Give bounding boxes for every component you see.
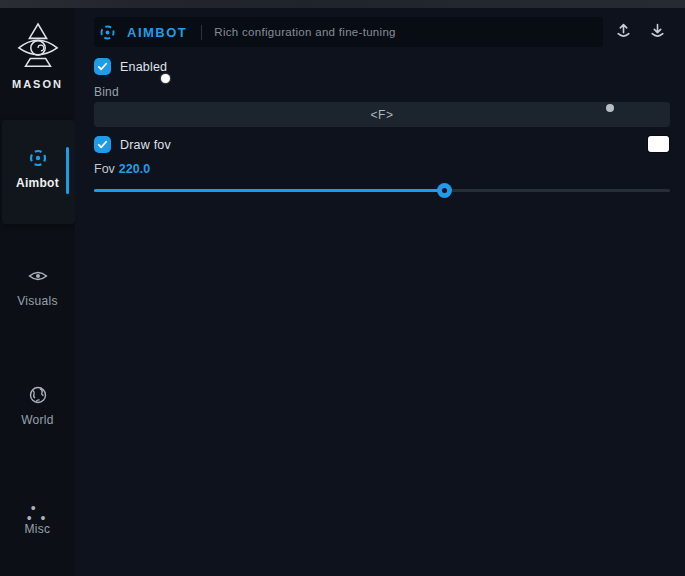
crosshair-icon [27,147,49,169]
eye-icon [27,265,49,287]
sidebar-item-aimbot[interactable]: Aimbot [0,147,75,191]
slider-fill [94,189,444,192]
fov-label-row: Fov220.0 [94,162,150,176]
import-config-button[interactable] [646,21,668,43]
fov-label: Fov [94,162,115,176]
page-title: AIMBOT [127,25,187,40]
bind-input[interactable]: <F> [94,102,670,127]
fov-slider-thumb[interactable] [437,183,452,198]
crosshair-icon [98,23,117,42]
sidebar-item-visuals[interactable]: Visuals [0,265,75,309]
export-config-button[interactable] [612,21,634,43]
bind-label: Bind [94,85,119,99]
sidebar-item-label: World [21,413,54,427]
page-header: AIMBOT Rich configuration and fine-tunin… [94,17,603,47]
sidebar-item-misc[interactable]: • • • Misc [0,503,75,537]
header-divider [201,25,202,40]
window-top-strip [0,0,685,8]
draw-fov-label: Draw fov [120,138,171,152]
page-subtitle: Rich configuration and fine-tuning [214,26,396,38]
enabled-label: Enabled [120,60,167,74]
enabled-checkbox[interactable] [94,58,111,75]
globe-icon [27,384,49,406]
brand-name: MASON [0,78,75,90]
bind-value: <F> [371,108,394,122]
check-icon [97,136,108,154]
sidebar-item-label: Misc [25,522,51,536]
sidebar-item-label: Visuals [17,294,58,308]
check-icon [97,58,108,76]
sidebar-item-world[interactable]: World [0,384,75,428]
main-content [75,8,685,576]
fov-slider[interactable] [94,182,670,198]
all-seeing-eye-logo-icon [15,22,61,76]
sidebar-item-label: Aimbot [16,176,59,190]
ellipsis-icon: • • • [27,503,49,515]
fov-value: 220.0 [119,162,150,176]
bind-field-dot [606,104,614,112]
draw-fov-checkbox[interactable] [94,136,111,153]
brand: MASON [0,22,75,90]
mason-menu-window: MASON Aimbot Visuals [0,0,685,576]
sidebar: MASON Aimbot Visuals [0,8,75,576]
fov-color-swatch[interactable] [648,136,669,152]
cursor-dot [161,74,170,83]
download-icon [649,22,666,43]
upload-icon [615,22,632,43]
